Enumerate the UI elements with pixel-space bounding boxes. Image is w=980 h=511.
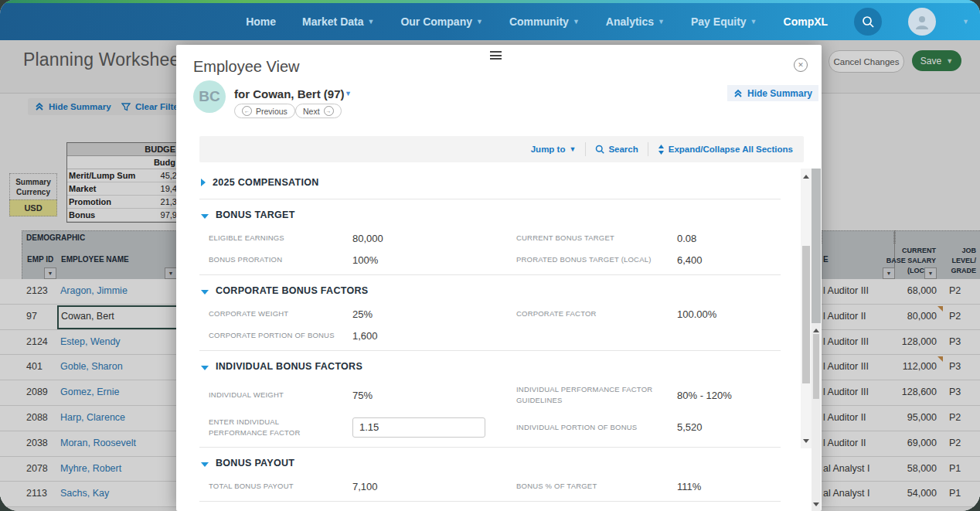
nav-item-market-data[interactable]: Market Data▼ [302, 15, 374, 28]
employee-select-caret-icon[interactable]: ▼ [345, 90, 352, 97]
field-row: CORPORATE PORTION OF BONUS 1,600 [209, 330, 781, 342]
nav-label: Home [246, 15, 276, 28]
chevron-down-icon [201, 462, 209, 467]
nav-item-community[interactable]: Community▼ [509, 15, 580, 28]
section-header[interactable]: INDIVIDUAL BONUS FACTORS [199, 359, 781, 374]
field-row: INDIVIDUAL WEIGHT 75% INDIVIDUAL PERFORM… [209, 384, 781, 407]
scrollbar-thumb[interactable] [802, 246, 810, 383]
nav-item-home[interactable]: Home [246, 15, 276, 28]
search-icon [862, 15, 874, 28]
field-label: TOTAL BONUS PAYOUT [209, 481, 352, 492]
section-bonus-payout: BONUS PAYOUT TOTAL BONUS PAYOUT 7,100 BO… [199, 448, 781, 502]
expand-collapse-all-button[interactable]: Expand/Collapse All Sections [658, 145, 793, 155]
panel-edge [812, 169, 821, 323]
arrow-left-icon: ← [242, 106, 252, 116]
employee-view-modal: Employee View ✕ BC for Cowan, Bert (97) … [176, 45, 822, 511]
scroll-up-arrow-icon[interactable] [803, 172, 809, 179]
scroll-down-arrow-icon[interactable] [803, 439, 809, 446]
section-title: INDIVIDUAL BONUS FACTORS [216, 361, 362, 372]
up-down-arrows-icon [658, 145, 665, 155]
section-title: BONUS PAYOUT [216, 458, 294, 468]
section-header[interactable]: BONUS PAYOUT [199, 455, 781, 471]
jump-to-label: Jump to [531, 145, 566, 154]
previous-employee-button[interactable]: ← Previous [234, 104, 295, 118]
field-value: 100.00% [677, 308, 781, 320]
section-title: BONUS TARGET [216, 210, 295, 220]
field-value: 75% [352, 390, 516, 401]
scroll-down-arrow-icon[interactable] [813, 502, 819, 509]
search-icon [595, 145, 604, 154]
section-corporate-bonus-factors: CORPORATE BONUS FACTORS CORPORATE WEIGHT… [199, 275, 781, 351]
field-row: TOTAL BONUS PAYOUT 7,100 BONUS % OF TARG… [209, 481, 781, 492]
chevron-down-icon: ▼ [750, 18, 757, 26]
nav-label: CompXL [784, 15, 829, 28]
section-individual-bonus-factors: INDIVIDUAL BONUS FACTORS INDIVIDUAL WEIG… [199, 351, 781, 448]
nav-item-our-company[interactable]: Our Company▼ [400, 15, 483, 28]
field-label: INDIVIDUAL PORTION OF BONUS [516, 422, 677, 433]
modal-title: Employee View [193, 58, 299, 76]
field-row: CORPORATE WEIGHT 25% CORPORATE FACTOR 10… [209, 308, 781, 320]
field-label: INDIVIDUAL PERFORMANCE FACTOR GUIDELINES [516, 384, 677, 407]
search-label: Search [608, 145, 638, 154]
field-row: ENTER INDIVIDUAL PERFORMANCE FACTOR INDI… [209, 417, 781, 439]
section-list: 2025 COMPENSATION BONUS TARGET ELIGIBLE … [199, 167, 781, 511]
expand-collapse-label: Expand/Collapse All Sections [669, 145, 793, 154]
field-row: BONUS PRORATION 100% PRORATED BONUS TARG… [209, 254, 781, 266]
field-label: BONUS PRORATION [209, 254, 352, 265]
field-label: INDIVIDUAL WEIGHT [209, 390, 352, 400]
section-2025-compensation: 2025 COMPENSATION [199, 167, 781, 199]
nav-item-pay-equity[interactable]: Pay Equity▼ [691, 15, 757, 28]
field-value: 0.08 [677, 233, 781, 244]
nav-label: Community [509, 15, 569, 28]
top-nav: Home Market Data▼ Our Company▼ Community… [0, 0, 980, 40]
section-header[interactable]: 2025 COMPENSATION [199, 175, 781, 190]
nav-item-analytics[interactable]: Analytics▼ [606, 15, 665, 28]
modal-hide-summary-button[interactable]: Hide Summary [727, 85, 818, 101]
user-avatar[interactable] [908, 8, 936, 36]
search-button[interactable] [854, 8, 882, 36]
toolbar-divider [648, 142, 648, 156]
outer-scrollbar[interactable] [812, 323, 821, 511]
next-label: Next [303, 107, 320, 116]
individual-performance-factor-input[interactable] [352, 417, 485, 438]
inner-scrollbar[interactable] [801, 169, 812, 448]
field-label: BONUS % OF TARGET [516, 481, 677, 492]
chevron-down-icon: ▼ [569, 145, 576, 153]
chevron-down-icon: ▼ [658, 18, 665, 26]
section-market-adjustment: MARKET ADJUSTMENT [199, 502, 781, 511]
field-value: 25% [352, 308, 516, 320]
chevron-down-icon [201, 214, 209, 219]
field-value: 100% [352, 254, 516, 266]
nav-label: Pay Equity [691, 15, 747, 28]
chevron-down-icon: ▼ [476, 18, 483, 26]
field-row: ELIGIBLE EARNINGS 80,000 CURRENT BONUS T… [209, 233, 781, 244]
app-window: Home Market Data▼ Our Company▼ Community… [0, 0, 980, 511]
field-label: CORPORATE PORTION OF BONUS [209, 330, 352, 341]
chevron-right-icon [201, 179, 206, 186]
nav-item-compxl-active[interactable]: CompXL [784, 15, 829, 28]
scrollbar-thumb[interactable] [813, 334, 819, 399]
section-bonus-target: BONUS TARGET ELIGIBLE EARNINGS 80,000 CU… [199, 199, 781, 275]
modal-hide-summary-label: Hide Summary [747, 88, 812, 99]
active-tab-indicator [800, 45, 811, 56]
field-label: ENTER INDIVIDUAL PERFORMANCE FACTOR [209, 417, 352, 439]
field-value: 7,100 [352, 481, 516, 492]
field-value: 80% - 120% [677, 390, 781, 401]
close-icon[interactable]: ✕ [794, 58, 808, 72]
next-employee-button[interactable]: Next → [295, 104, 342, 118]
chevron-down-icon: ▼ [962, 18, 969, 26]
drag-handle-icon[interactable] [490, 51, 502, 62]
section-header[interactable]: CORPORATE BONUS FACTORS [199, 283, 781, 298]
scroll-up-arrow-icon[interactable] [813, 325, 819, 332]
section-header[interactable]: BONUS TARGET [199, 207, 781, 223]
field-label: PRORATED BONUS TARGET (LOCAL) [516, 254, 677, 265]
search-button[interactable]: Search [595, 145, 638, 154]
double-chevron-up-icon [733, 89, 743, 98]
field-label: CORPORATE WEIGHT [209, 308, 352, 319]
chevron-down-icon: ▼ [573, 18, 580, 26]
nav-label: Analytics [606, 15, 654, 28]
section-title: CORPORATE BONUS FACTORS [216, 285, 368, 296]
nav-label: Our Company [400, 15, 472, 28]
jump-to-dropdown[interactable]: Jump to▼ [531, 145, 577, 154]
nav-more-menu[interactable]: ▼ [962, 18, 969, 26]
